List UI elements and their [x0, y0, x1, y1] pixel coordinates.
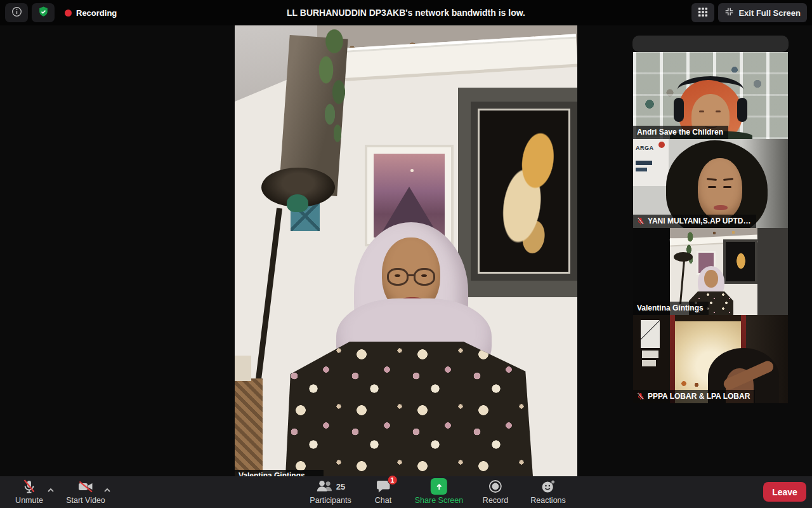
- record-icon: [487, 478, 504, 495]
- participant-tile-valentina-active[interactable]: Valentina Gintings: [633, 228, 788, 315]
- info-icon: [11, 6, 22, 19]
- participant-name-tag: YANI MULYANI,S.AP UPTD…: [633, 215, 756, 228]
- chat-badge: 1: [388, 475, 398, 485]
- poster-text: ARGA: [636, 145, 654, 151]
- floral-dress: [285, 342, 533, 476]
- main-speaker-name-tag: Valentina Gintings: [235, 470, 324, 476]
- muted-mic-icon: [22, 478, 37, 495]
- framed-artwork: [471, 102, 577, 281]
- muted-mic-icon: [637, 392, 645, 400]
- participants-icon: [316, 478, 334, 495]
- share-screen-icon: [431, 478, 447, 495]
- record-button[interactable]: Record: [483, 478, 508, 505]
- meeting-toolbar: Unmute Start Video 25 Participants: [0, 476, 812, 508]
- meeting-info-button[interactable]: [5, 3, 28, 22]
- participant-name-tag: Valentina Gintings: [633, 302, 709, 315]
- recording-label: Recording: [76, 8, 117, 18]
- reactions-smiley-icon: [540, 478, 556, 495]
- recording-dot-icon: [65, 10, 72, 17]
- participant-tile-pppa-lobar[interactable]: PPPA LOBAR & LPA LOBAR: [633, 315, 788, 403]
- headphones: [674, 98, 684, 122]
- participants-filmstrip: Andri Save the Children ARGA: [632, 36, 789, 404]
- participant-name-tag: PPPA LOBAR & LPA LOBAR: [633, 390, 755, 403]
- chat-bubble-icon: 1: [376, 479, 391, 494]
- glasses: [386, 268, 439, 287]
- participants-button[interactable]: 25 Participants: [310, 478, 351, 505]
- recording-indicator: Recording: [65, 8, 117, 18]
- grid-icon: [698, 7, 708, 19]
- top-bar-right-cluster: Exit Full Screen: [691, 3, 807, 22]
- leave-button[interactable]: Leave: [763, 482, 806, 502]
- rattan-chair: [235, 378, 263, 476]
- exit-fullscreen-icon: [724, 7, 734, 18]
- video-options-chevron[interactable]: [102, 484, 112, 496]
- zoom-meeting-window: Recording LL BURHANUDDIN DP3AKB's networ…: [0, 0, 812, 508]
- video-stage: Valentina Gintings Andri Save the Childr…: [0, 25, 812, 476]
- audio-options-chevron[interactable]: [46, 484, 56, 496]
- video-off-icon: [77, 478, 94, 495]
- reactions-button[interactable]: Reactions: [530, 478, 566, 505]
- top-bar: Recording LL BURHANUDDIN DP3AKB's networ…: [0, 0, 812, 25]
- main-speaker-video: Valentina Gintings: [235, 25, 577, 476]
- share-screen-button[interactable]: Share Screen: [415, 478, 463, 505]
- participants-count: 25: [336, 482, 345, 491]
- hanging-plant: [312, 25, 357, 146]
- encryption-shield-button[interactable]: [32, 3, 55, 22]
- gallery-view-button[interactable]: [691, 3, 714, 22]
- wall-poster: ARGA: [633, 139, 669, 186]
- muted-mic-icon: [637, 217, 645, 225]
- participant-tile-yani[interactable]: ARGA YANI MULYANI,S.AP UPTD…: [633, 139, 788, 228]
- chat-button[interactable]: 1 Chat: [375, 478, 391, 505]
- exit-full-screen-button[interactable]: Exit Full Screen: [718, 3, 807, 22]
- exit-full-screen-label: Exit Full Screen: [738, 8, 801, 18]
- network-notification: LL BURHANUDDIN DP3AKB's network bandwidt…: [0, 0, 812, 25]
- participant-tile-andri[interactable]: Andri Save the Children: [633, 52, 788, 139]
- filmstrip-scroll-up[interactable]: [632, 36, 789, 52]
- participant-name-tag: Andri Save the Children: [633, 126, 728, 139]
- unmute-button[interactable]: Unmute: [9, 478, 49, 505]
- top-bar-left-cluster: Recording: [5, 3, 117, 22]
- shield-check-icon: [37, 6, 49, 20]
